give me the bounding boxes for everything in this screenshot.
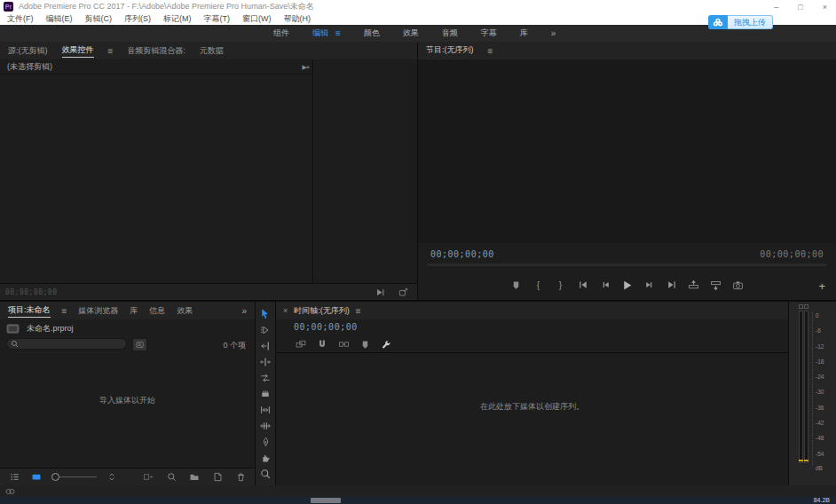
workspace-tab-effects[interactable]: 效果 bbox=[403, 28, 419, 39]
add-marker-icon[interactable] bbox=[509, 278, 524, 292]
slide-tool[interactable] bbox=[259, 420, 272, 431]
ripple-edit-tool[interactable] bbox=[259, 340, 272, 351]
panel-menu-icon[interactable]: ≡ bbox=[62, 306, 67, 316]
menu-window[interactable]: 窗口(W) bbox=[242, 13, 272, 25]
rolling-edit-tool[interactable] bbox=[259, 356, 272, 367]
scrollbar-up-icon[interactable]: ▲ bbox=[305, 64, 311, 69]
selection-tool[interactable] bbox=[259, 308, 272, 319]
taskbar-button[interactable] bbox=[311, 498, 341, 503]
razor-tool[interactable] bbox=[259, 388, 272, 399]
tab-media-browser[interactable]: 媒体浏览器 bbox=[78, 305, 118, 317]
status-bar bbox=[0, 485, 836, 497]
tab-libraries[interactable]: 库 bbox=[130, 305, 138, 317]
rate-stretch-tool[interactable] bbox=[259, 372, 272, 383]
tab-program-monitor[interactable]: 节目:(无序列) bbox=[426, 44, 474, 57]
step-back-icon[interactable] bbox=[598, 278, 612, 292]
tab-project[interactable]: 项目:未命名 bbox=[8, 304, 51, 318]
zoom-tool[interactable] bbox=[259, 468, 272, 479]
workspace-overflow-icon[interactable]: » bbox=[551, 28, 556, 38]
workspace-tab-libraries[interactable]: 库 bbox=[520, 28, 528, 39]
panel-menu-icon[interactable]: ≡ bbox=[356, 306, 361, 316]
close-tab-icon[interactable]: × bbox=[283, 306, 288, 315]
project-file-row[interactable]: 未命名.prproj bbox=[0, 321, 74, 335]
workspace-tab-assembly[interactable]: 组件 bbox=[273, 28, 289, 39]
hand-tool[interactable] bbox=[259, 452, 272, 463]
tools-panel bbox=[256, 302, 275, 492]
slip-tool[interactable] bbox=[259, 404, 272, 415]
button-editor-plus-icon[interactable]: + bbox=[818, 280, 825, 292]
zoom-slider[interactable] bbox=[51, 473, 97, 481]
new-bin-icon[interactable] bbox=[187, 470, 201, 484]
go-to-out-icon[interactable] bbox=[665, 278, 679, 292]
new-item-icon[interactable] bbox=[210, 470, 225, 484]
menu-help[interactable]: 帮助(H) bbox=[284, 13, 312, 25]
track-select-forward-tool[interactable] bbox=[259, 324, 272, 335]
add-marker-icon[interactable] bbox=[358, 337, 372, 351]
program-current-timecode[interactable]: 00;00;00;00 bbox=[430, 249, 494, 259]
workspace-tab-titles[interactable]: 字幕 bbox=[481, 28, 497, 39]
panel-overflow-icon[interactable]: » bbox=[241, 306, 247, 316]
timeline-settings-wrench-icon[interactable] bbox=[379, 337, 393, 351]
tab-audio-clip-mixer[interactable]: 音频剪辑混合器: bbox=[127, 45, 185, 57]
premiere-window: Pr Adobe Premiere Pro CC 2017 - F:\Adobe… bbox=[0, 0, 836, 504]
program-duration-timecode: 00;00;00;00 bbox=[760, 249, 824, 259]
menu-sequence[interactable]: 序列(S) bbox=[124, 13, 151, 25]
tab-metadata[interactable]: 元数据 bbox=[200, 45, 224, 57]
cloud-disk-icon[interactable] bbox=[708, 15, 728, 29]
mark-out-icon[interactable]: } bbox=[554, 278, 568, 292]
tab-source-monitor[interactable]: 源:(无剪辑) bbox=[8, 45, 48, 57]
program-scrubber[interactable] bbox=[427, 264, 827, 266]
project-search-box[interactable] bbox=[6, 338, 127, 350]
find-icon[interactable] bbox=[164, 470, 178, 484]
search-input[interactable] bbox=[19, 339, 120, 350]
workspace-menu-icon[interactable]: ≡ bbox=[335, 28, 341, 38]
play-icon[interactable] bbox=[620, 278, 635, 292]
menu-edit[interactable]: 编辑(E) bbox=[46, 13, 73, 25]
workspace-tab-audio[interactable]: 音频 bbox=[442, 28, 458, 39]
meter-level-left bbox=[799, 460, 803, 461]
source-group-tabs: 源:(无剪辑) 效果控件 ≡ 音频剪辑混合器: 元数据 bbox=[0, 42, 417, 59]
clear-trash-icon[interactable] bbox=[233, 470, 248, 484]
export-keyframe-icon[interactable] bbox=[396, 285, 410, 299]
linked-selection-icon[interactable] bbox=[336, 337, 351, 351]
workspace-tab-editing[interactable]: 编辑 ≡ bbox=[312, 28, 341, 39]
menu-file[interactable]: 文件(F) bbox=[7, 13, 34, 25]
drag-upload-button[interactable]: 拖拽上传 bbox=[728, 15, 773, 29]
pen-tool[interactable] bbox=[259, 436, 272, 447]
lift-icon[interactable] bbox=[687, 278, 701, 292]
menu-marker[interactable]: 标记(M) bbox=[163, 13, 192, 25]
restore-icon[interactable]: □ bbox=[798, 3, 802, 12]
workspace-tab-color[interactable]: 颜色 bbox=[364, 28, 380, 39]
zoom-slider-knob[interactable] bbox=[51, 473, 59, 481]
netdisk-upload-overlay[interactable]: 拖拽上传 bbox=[708, 15, 773, 29]
net-speed-indicator: 84.2B bbox=[814, 497, 830, 503]
play-clip-icon[interactable] bbox=[373, 285, 387, 299]
timeline-tab[interactable]: × 时间轴:(无序列) ≡ bbox=[276, 302, 788, 319]
effect-controls-status-bar: 00;00;00;00 bbox=[0, 283, 417, 300]
timeline-timecode[interactable]: 00;00;00;00 bbox=[294, 322, 358, 332]
panel-menu-icon[interactable]: ≡ bbox=[108, 46, 114, 56]
search-filter-button[interactable] bbox=[132, 338, 147, 351]
tab-info[interactable]: 信息 bbox=[149, 305, 165, 317]
menu-title[interactable]: 字幕(T) bbox=[204, 13, 231, 25]
nest-sequence-icon[interactable] bbox=[294, 337, 308, 351]
panel-menu-icon[interactable]: ≡ bbox=[488, 46, 493, 56]
audio-meters-panel[interactable]: 0 -6 -12 -18 -24 -30 -36 -42 -48 -54 dB bbox=[789, 302, 836, 485]
sort-icon[interactable] bbox=[105, 470, 119, 484]
extract-icon[interactable] bbox=[709, 278, 723, 292]
tab-effect-controls[interactable]: 效果控件 bbox=[62, 44, 94, 58]
go-to-in-icon[interactable] bbox=[576, 278, 590, 292]
automate-to-sequence-icon[interactable] bbox=[141, 470, 155, 484]
export-frame-icon[interactable] bbox=[731, 278, 745, 292]
step-forward-icon[interactable] bbox=[643, 278, 657, 292]
minimize-icon[interactable]: – bbox=[774, 3, 778, 12]
icon-view-icon[interactable] bbox=[29, 470, 43, 484]
zoom-slider-track[interactable] bbox=[59, 476, 97, 477]
windows-taskbar[interactable]: 84.2B bbox=[0, 497, 836, 504]
list-view-icon[interactable] bbox=[7, 470, 21, 484]
mark-in-icon[interactable]: { bbox=[532, 278, 546, 292]
close-icon[interactable]: × bbox=[823, 3, 827, 12]
tab-effects[interactable]: 效果 bbox=[177, 305, 193, 317]
snap-magnet-icon[interactable] bbox=[315, 337, 329, 351]
menu-clip[interactable]: 剪辑(C) bbox=[85, 13, 113, 25]
